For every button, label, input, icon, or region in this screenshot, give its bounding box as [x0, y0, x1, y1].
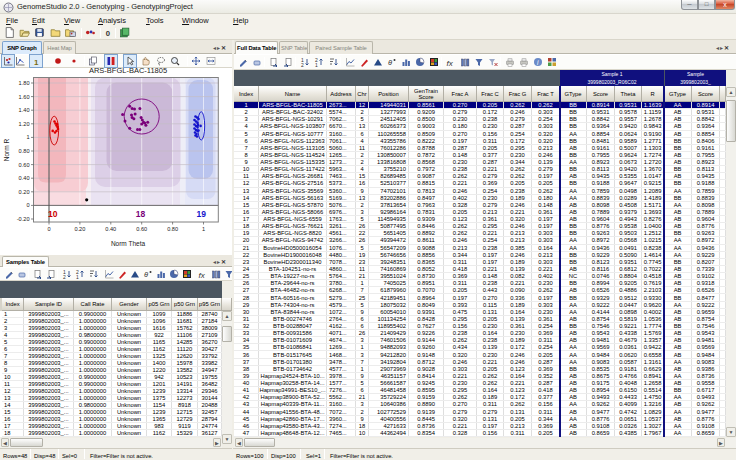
svg-text:θ: θ [388, 58, 392, 67]
svg-text:θ: θ [144, 270, 148, 279]
svg-text:1: 1 [34, 58, 39, 67]
svg-text:0.60: 0.60 [136, 226, 147, 232]
svg-text:0: 0 [47, 226, 50, 232]
svg-text:fx: fx [199, 271, 206, 280]
svg-text:0.40: 0.40 [19, 175, 30, 181]
svg-text:0.20: 0.20 [19, 189, 30, 195]
svg-text:10: 10 [48, 209, 58, 219]
svg-text:1: 1 [26, 134, 29, 140]
svg-text:0.80: 0.80 [19, 148, 30, 154]
svg-text:19: 19 [196, 209, 206, 219]
svg-text:1.80: 1.80 [19, 80, 30, 86]
svg-text:0: 0 [106, 29, 110, 38]
svg-text:1.40: 1.40 [19, 107, 30, 113]
svg-text:2: 2 [301, 62, 304, 67]
svg-text:2: 2 [63, 274, 66, 279]
svg-text:0.80: 0.80 [167, 226, 178, 232]
svg-text:-0.20: -0.20 [17, 216, 30, 222]
svg-text:1: 1 [315, 62, 318, 67]
svg-text:Norm Theta: Norm Theta [111, 240, 146, 247]
svg-text:Norm R: Norm R [3, 139, 10, 162]
svg-text:18: 18 [136, 209, 146, 219]
svg-text:0.20: 0.20 [74, 226, 85, 232]
svg-text:1: 1 [76, 274, 79, 279]
svg-text:0.60: 0.60 [19, 162, 30, 168]
svg-text:ARS-BFGL-BAC-11805: ARS-BFGL-BAC-11805 [89, 68, 167, 75]
svg-text:1: 1 [202, 226, 205, 232]
svg-text:1.20: 1.20 [19, 121, 30, 127]
svg-text:fx: fx [447, 59, 454, 68]
svg-text:0: 0 [26, 202, 29, 208]
svg-text:1.60: 1.60 [19, 94, 30, 100]
svg-text:0.40: 0.40 [105, 226, 116, 232]
